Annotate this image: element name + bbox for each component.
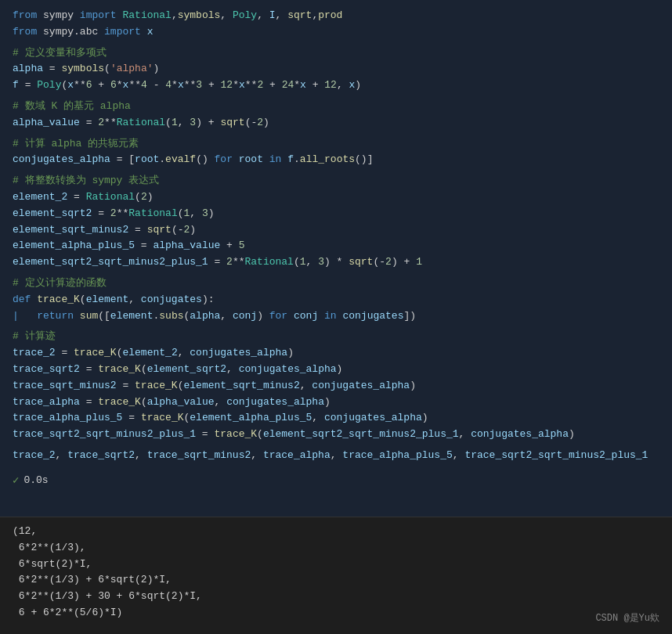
execution-status: ✓ 0.0s <box>13 469 659 492</box>
check-icon: ✓ <box>13 472 19 489</box>
code-line-1: from sympy import Rational,symbols, Poly… <box>13 8 659 24</box>
code-line-17: element_alpha_plus_5 = alpha_value + 5 <box>13 238 659 254</box>
code-line-5: f = Poly(x**6 + 6*x**4 - 4*x**3 + 12*x**… <box>13 77 659 94</box>
code-line-28: trace_alpha = trace_K(alpha_value, conju… <box>13 394 659 411</box>
comment-4: # 将整数转换为 sympy 表达式 <box>13 173 659 189</box>
code-line-30: trace_sqrt2_sqrt_minus2_plus_1 = trace_K… <box>13 427 659 443</box>
comment-5: # 定义计算迹的函数 <box>13 276 659 292</box>
code-line-26: trace_sqrt2 = trace_K(element_sqrt2, con… <box>13 362 659 378</box>
code-line-25: trace_2 = trace_K(element_2, conjugates_… <box>13 345 659 362</box>
comment-1: # 定义变量和多项式 <box>13 45 659 62</box>
comment-3: # 计算 alpha 的共轭元素 <box>13 136 659 153</box>
branding-text: CSDN @是Yu欸 <box>595 611 659 625</box>
code-line-15: element_sqrt2 = 2**Rational(1, 3) <box>13 206 659 222</box>
code-line-11: conjugates_alpha = [root.evalf() for roo… <box>13 152 659 168</box>
code-line-4: alpha = symbols('alpha') <box>13 61 659 77</box>
code-line-14: element_2 = Rational(2) <box>13 189 659 206</box>
comment-6: # 计算迹 <box>13 329 659 345</box>
code-line-22: | return sum([element.subs(alpha, conj) … <box>13 308 659 325</box>
comment-2: # 数域 K 的基元 alpha <box>13 99 659 115</box>
code-line-21: def trace_K(element, conjugates): <box>13 292 659 308</box>
code-line-27: trace_sqrt_minus2 = trace_K(element_sqrt… <box>13 378 659 394</box>
editor-area: from sympy import Rational,symbols, Poly… <box>0 0 672 517</box>
execution-time: 0.0s <box>23 473 48 489</box>
code-line-18: element_sqrt2_sqrt_minus2_plus_1 = 2**Ra… <box>13 254 659 271</box>
output-area: (12, 6*2**(1/3), 6*sqrt(2)*I, 6*2**(1/3)… <box>0 517 672 632</box>
code-line-16: element_sqrt_minus2 = sqrt(-2) <box>13 222 659 239</box>
code-line-29: trace_alpha_plus_5 = trace_K(element_alp… <box>13 410 659 427</box>
code-line-8: alpha_value = 2**Rational(1, 3) + sqrt(-… <box>13 115 659 131</box>
code-line-32: trace_2, trace_sqrt2, trace_sqrt_minus2,… <box>13 448 659 464</box>
code-line-2: from sympy.abc import x <box>13 24 659 41</box>
output-content: (12, 6*2**(1/3), 6*sqrt(2)*I, 6*2**(1/3)… <box>13 524 659 621</box>
